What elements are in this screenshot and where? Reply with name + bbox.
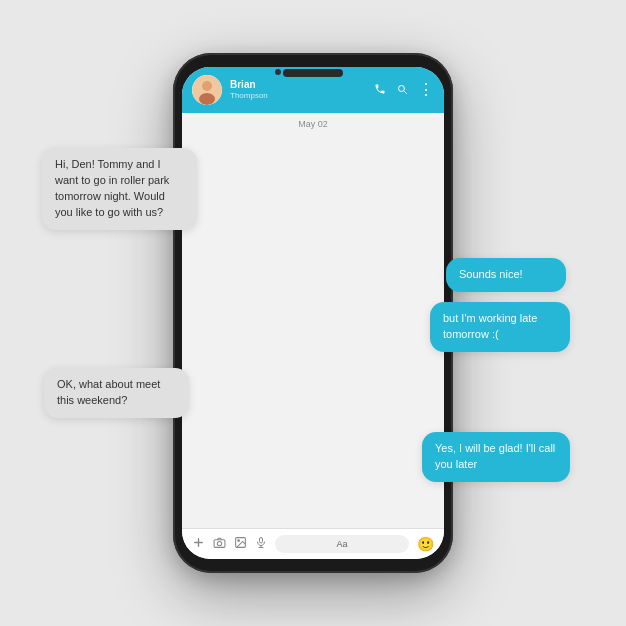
contact-subtitle: Thompson [230,91,366,101]
phone-camera [275,69,281,75]
message-text: Hi, Den! Tommy and I want to go in rolle… [55,158,169,218]
add-attachment-icon[interactable] [192,536,205,552]
microphone-icon[interactable] [255,536,267,552]
message-input[interactable]: Aa [275,535,409,553]
phone-call-icon[interactable] [374,83,386,98]
contact-info: Brian Thompson [230,79,366,101]
message-bubble-sent-2: but I'm working late tomorrow :( [430,302,570,352]
message-text: OK, what about meet this weekend? [57,378,160,406]
svg-point-2 [199,93,215,105]
svg-point-1 [202,81,212,91]
contact-name: Brian [230,79,366,91]
emoji-icon[interactable]: 🙂 [417,536,434,552]
contact-avatar [192,75,222,105]
search-icon[interactable] [396,83,408,98]
message-text: Sounds nice! [459,268,523,280]
message-text: but I'm working late tomorrow :( [443,312,537,340]
messages-area[interactable] [182,133,444,528]
phone-notch [283,69,343,77]
svg-rect-7 [260,538,263,544]
header-action-icons: ⋮ [374,82,434,98]
phone-screen: Brian Thompson ⋮ May 02 [182,67,444,559]
camera-icon[interactable] [213,536,226,552]
input-bar: Aa 🙂 [182,528,444,559]
phone-device: Brian Thompson ⋮ May 02 [173,53,453,573]
message-text: Yes, I will be glad! I'll call you later [435,442,555,470]
svg-point-6 [238,540,240,542]
more-options-icon[interactable]: ⋮ [418,82,434,98]
svg-point-4 [217,541,221,545]
message-bubble-sent-1: Sounds nice! [446,258,566,292]
message-bubble-sent-3: Yes, I will be glad! I'll call you later [422,432,570,482]
message-bubble-received-1: Hi, Den! Tommy and I want to go in rolle… [42,148,197,230]
date-separator: May 02 [182,113,444,133]
message-bubble-received-2: OK, what about meet this weekend? [44,368,189,418]
image-icon[interactable] [234,536,247,552]
